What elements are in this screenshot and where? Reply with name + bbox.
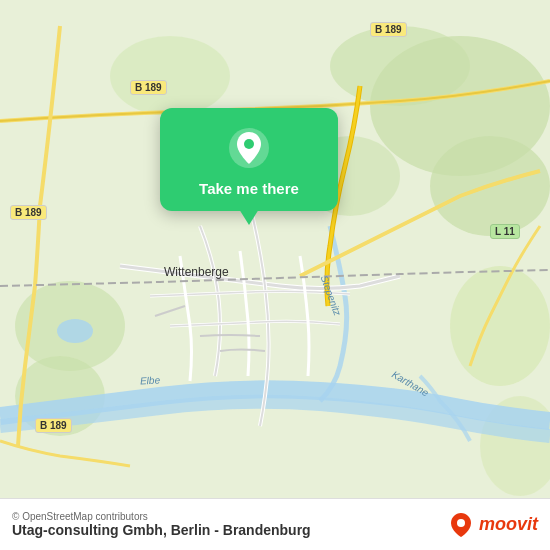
- popup-label: Take me there: [199, 180, 299, 197]
- location-pin-icon: [227, 126, 271, 170]
- attribution-text: © OpenStreetMap contributors: [12, 511, 447, 522]
- road-label-b189-left: B 189: [10, 205, 47, 220]
- popup-card[interactable]: Take me there: [160, 108, 338, 211]
- moovit-logo: moovit: [447, 511, 538, 539]
- location-name: Utag-consulting Gmbh, Berlin - Brandenbu…: [12, 522, 447, 538]
- road-label-b189-top-left: B 189: [130, 80, 167, 95]
- map-container: B 189 B 189 B 189 B 189 L 11 Wittenberge…: [0, 0, 550, 550]
- svg-point-8: [450, 266, 550, 386]
- bottom-bar: © OpenStreetMap contributors Utag-consul…: [0, 498, 550, 550]
- moovit-brand-icon: [447, 511, 475, 539]
- svg-point-3: [330, 26, 470, 106]
- road-label-l11: L 11: [490, 224, 520, 239]
- road-label-b189-bottom: B 189: [35, 418, 72, 433]
- svg-point-12: [244, 139, 254, 149]
- svg-point-10: [57, 319, 93, 343]
- moovit-text: moovit: [479, 514, 538, 535]
- svg-point-13: [457, 519, 465, 527]
- bottom-bar-info: © OpenStreetMap contributors Utag-consul…: [12, 511, 447, 538]
- svg-point-6: [110, 36, 230, 116]
- river-label-elbe: Elbe: [140, 374, 161, 386]
- road-label-b189-top-right: B 189: [370, 22, 407, 37]
